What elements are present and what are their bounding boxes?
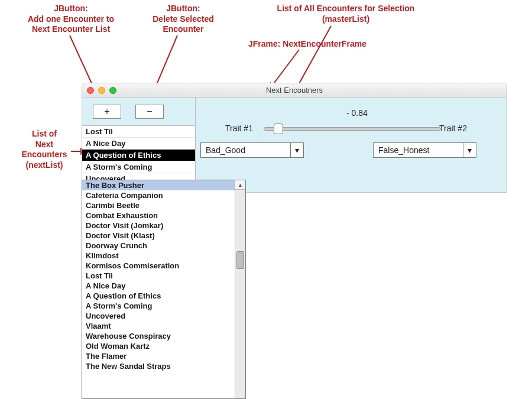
master-list-item[interactable]: Doorway Crunch <box>82 241 235 251</box>
master-list-item[interactable]: The Box Pusher <box>82 180 235 190</box>
add-encounter-button[interactable]: + <box>93 105 121 119</box>
trait1-label: Trait #1 <box>225 124 253 133</box>
next-list-item[interactable]: A Nice Day <box>82 138 195 150</box>
window-title: Next Encoutners <box>82 86 507 95</box>
chevron-down-icon: ▾ <box>463 143 476 157</box>
callout-jframe: JFrame: NextEncounterFrame <box>231 39 384 50</box>
trait1-combo-value: Bad_Good <box>201 145 290 155</box>
titlebar[interactable]: Next Encoutners <box>82 83 507 98</box>
master-list-item[interactable]: Lost Til <box>82 271 235 281</box>
master-list-item[interactable]: Vlaamt <box>82 321 235 331</box>
next-encounter-frame: Next Encoutners + − Lost TilA Nice DayA … <box>82 83 507 193</box>
master-list-item[interactable]: The New Sandal Straps <box>82 361 235 371</box>
scrollbar[interactable]: ▲ <box>235 180 245 398</box>
trait1-combo[interactable]: Bad_Good ▾ <box>200 142 304 158</box>
callout-next-list: List ofNextEncounters(nextList) <box>12 129 77 170</box>
master-list-item[interactable]: Cafeteria Companion <box>82 190 235 200</box>
trait-slider[interactable] <box>264 124 441 131</box>
trait-panel: - 0.84 Trait #1 Trait #2 Bad_Good ▾ Fals… <box>196 98 507 192</box>
master-list-item[interactable]: The Flamer <box>82 351 235 361</box>
scroll-up-icon[interactable]: ▲ <box>235 180 245 190</box>
callout-master-list: List of All Encounters for Selection(mas… <box>254 4 437 24</box>
slider-value: - 0.84 <box>346 108 368 118</box>
trait2-combo[interactable]: False_Honest ▾ <box>373 142 476 158</box>
annotation-lines <box>0 0 532 399</box>
master-list-item[interactable]: A Nice Day <box>82 281 235 291</box>
master-list-item[interactable]: Doctor Visit (Jomkar) <box>82 220 235 231</box>
master-list-item[interactable]: Uncovered <box>82 311 235 321</box>
master-list-item[interactable]: Doctor Visit (Klast) <box>82 231 235 241</box>
delete-encounter-button[interactable]: − <box>135 105 164 119</box>
master-list-item[interactable]: A Question of Ethics <box>82 291 235 301</box>
button-row: + − <box>82 98 195 126</box>
callout-add-button: JButton:Add one Encounter toNext Encount… <box>18 4 124 35</box>
master-list-item[interactable]: Old Woman Kartz <box>82 341 235 351</box>
scroll-thumb[interactable] <box>236 251 244 269</box>
next-list-item[interactable]: A Question of Ethics <box>82 150 195 161</box>
master-list-item[interactable]: Combat Exhaustion <box>82 210 235 220</box>
master-list[interactable]: The Box PusherCafeteria CompanionCarimbi… <box>82 180 246 399</box>
chevron-down-icon: ▾ <box>290 143 303 157</box>
master-list-item[interactable]: Warehouse Conspiracy <box>82 331 235 341</box>
next-list-item[interactable]: Lost Til <box>82 126 195 138</box>
callout-delete-button: JButton:Delete SelectedEncounter <box>136 4 231 35</box>
next-list-item[interactable]: A Storm's Coming <box>82 161 195 173</box>
trait2-label: Trait #2 <box>439 124 467 133</box>
master-list-item[interactable]: Klimdost <box>82 251 235 261</box>
master-list-item[interactable]: Kormisos Commiseration <box>82 261 235 271</box>
master-list-item[interactable]: A Storm's Coming <box>82 301 235 311</box>
master-list-item[interactable]: Carimbi Beetle <box>82 200 235 210</box>
trait2-combo-value: False_Honest <box>374 145 463 155</box>
